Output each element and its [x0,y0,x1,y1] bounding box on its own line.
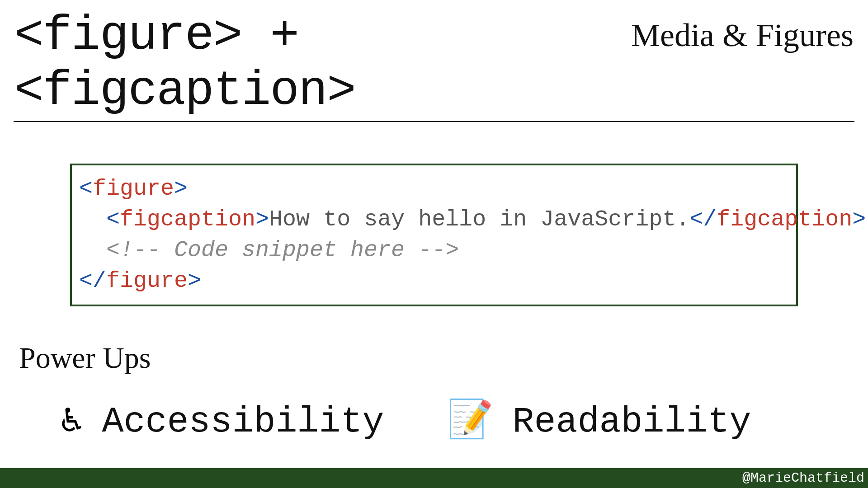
header-rule [14,121,854,122]
code-comment: <!-- Code snippet here --> [106,237,459,263]
author-handle: @MarieChatfield [742,470,864,486]
code-bracket: > [255,206,269,232]
code-bracket: </ [79,268,106,294]
slide-category: Media & Figures [631,17,854,54]
powerup-label: Readability [512,401,751,442]
code-bracket: < [106,206,120,232]
memo-icon: 📝 [447,404,493,441]
slide-title: <figure> + <figcaption> [14,8,631,118]
powerup-label: Accessibility [102,401,384,442]
code-tag: figure [106,268,188,294]
powerup-item: 📝 Readability [447,401,751,442]
code-bracket: < [79,176,93,202]
code-tag: figcaption [717,206,852,232]
code-tag: figure [93,176,174,202]
code-tag: figcaption [120,206,255,232]
powerup-item: ♿ Accessibility [61,401,384,442]
slide: <figure> + <figcaption> Media & Figures … [0,0,868,488]
code-example: <figure> <figcaption>How to say hello in… [70,164,798,306]
code-text: How to say hello in JavaScript. [269,206,689,232]
footer-bar: @MarieChatfield [0,468,868,488]
powerups-row: ♿ Accessibility 📝 Readability [61,401,868,442]
code-bracket: </ [689,206,717,232]
accessibility-icon: ♿ [61,404,83,441]
code-bracket: > [174,176,188,202]
slide-header: <figure> + <figcaption> Media & Figures [0,0,868,118]
code-bracket: > [188,268,201,294]
code-bracket: > [852,206,866,232]
powerups-heading: Power Ups [19,341,868,375]
